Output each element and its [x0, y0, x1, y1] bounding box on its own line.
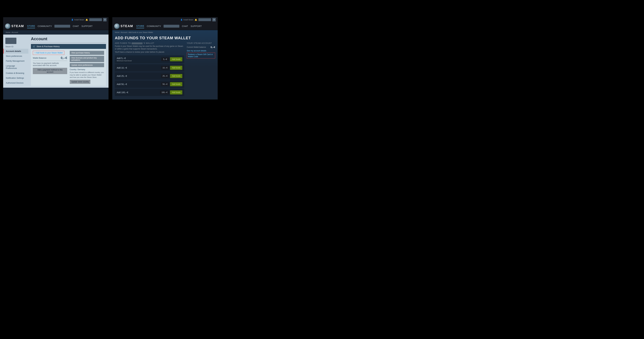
store-left-col: + Add funds to your Steam Wallet Wallet … — [33, 51, 67, 84]
view-history-button[interactable]: View purchase history — [70, 51, 104, 55]
install-steam-label-right[interactable]: Install Steam — [183, 19, 193, 21]
no-payment-text: You have no payment methods associated w… — [33, 62, 67, 66]
fund-label-4: Add 100,--€ — [117, 91, 128, 94]
wallet-user-block — [132, 42, 142, 44]
sidebar-item-family[interactable]: Family Management — [3, 58, 28, 64]
fund-label-0: Add 5,--€ — [117, 57, 126, 60]
your-account-balance-row: Current Wallet balance 0,--€ — [187, 46, 215, 48]
install-steam-left[interactable]: 👤 Install Steam — [71, 19, 84, 21]
sidebar-item-label-5: Notification Settings — [6, 77, 24, 79]
steam-logo-icon-left — [5, 24, 10, 29]
sidebar-item-language[interactable]: Language Preferences — [3, 64, 28, 71]
nav-links-left: STORE COMMUNITY CHAT SUPPORT — [27, 24, 92, 28]
sidebar-item-cookies[interactable]: Cookies & Browsing — [3, 71, 28, 76]
sidebar-item-account-details[interactable]: Account details — [3, 49, 28, 54]
nav-store-right[interactable]: STORE — [136, 24, 144, 28]
nav-community-right[interactable]: COMMUNITY — [147, 24, 161, 28]
navbar-left: STEAM STORE COMMUNITY CHAT SUPPORT — [3, 22, 108, 30]
add-funds-to-prefix: ADD FUNDS TO — [115, 42, 132, 44]
sidebar-item-label-4: Cookies & Browsing — [6, 72, 24, 74]
topbar-right: 👤 Install Steam 🔔 ? — [112, 17, 218, 22]
fund-row-label-2: Add 25,--€ — [117, 75, 161, 77]
sidebar-item-label-6: Authorized Devices — [6, 82, 24, 84]
add-funds-link[interactable]: + Add funds to your Steam Wallet — [33, 51, 64, 55]
add-payment-button[interactable]: Add a payment method to this account — [33, 68, 67, 74]
nav-support-right[interactable]: SUPPORT — [190, 24, 202, 28]
help-button-right[interactable]: ? — [212, 18, 216, 22]
sidebar-item-label-3: Language Preferences — [6, 65, 17, 70]
account-title: Account — [31, 36, 47, 41]
country-label: Country: Germany — [70, 68, 104, 71]
fund-row-label-1: Add 10,--€ — [117, 66, 161, 69]
fund-label-2: Add 25,--€ — [117, 75, 127, 77]
account-layout: Steam ID: Account details Store preferen… — [3, 34, 108, 88]
add-funds-to-label: ADD FUNDS TO 'S WALLET — [115, 42, 184, 44]
fund-row-2: Add 25,--€ 25,--€ Add funds — [115, 72, 184, 80]
steam-id-line: Steam ID: — [3, 46, 28, 49]
breadcrumb-home-left[interactable]: Home — [6, 32, 10, 33]
fund-row-0: Add 5,--€ Minimum fund level 5,--€ Add f… — [115, 55, 184, 63]
add-funds-note: You'll have a chance to review your orde… — [115, 51, 184, 53]
help-button-left[interactable]: ? — [103, 18, 106, 22]
steam-logo-right[interactable]: STEAM — [114, 24, 133, 29]
nav-chat-left[interactable]: CHAT — [73, 24, 79, 28]
breadcrumb-account-right[interactable]: Account — [121, 32, 127, 33]
account-main: Account 🛒 Store & Purchase History + Add… — [28, 34, 108, 88]
store-right-col: View purchase history View licenses and … — [70, 51, 104, 84]
sidebar-item-store-prefs[interactable]: Store preferences — [3, 54, 28, 58]
steam-id-label: Steam ID: — [5, 46, 14, 48]
wallet-balance-value: 0,--€ — [61, 56, 67, 60]
your-account-redeem-link[interactable]: Redeem a Steam Gift Card or Wallet Code — [187, 52, 215, 58]
nav-community-left[interactable]: COMMUNITY — [38, 24, 52, 28]
fund-add-btn-3[interactable]: Add funds — [170, 82, 182, 86]
breadcrumb-home-right[interactable]: Home — [115, 32, 120, 33]
steam-logo-icon-right — [114, 24, 120, 29]
fund-add-btn-1[interactable]: Add funds — [170, 66, 182, 70]
add-funds-to-suffix: 'S WALLET — [143, 42, 154, 44]
sidebar-item-notifications[interactable]: Notification Settings — [3, 76, 28, 80]
cart-icon: 🛒 — [33, 45, 35, 48]
panel-divider — [110, 17, 111, 100]
add-funds-main: ADD FUNDS TO 'S WALLET Funds in your Ste… — [115, 42, 184, 97]
store-section: 🛒 Store & Purchase History + Add funds t… — [31, 44, 106, 86]
update-prefs-button[interactable]: Update store preferences — [70, 63, 104, 67]
fund-row-label-0: Add 5,--€ Minimum fund level — [117, 57, 161, 62]
view-licenses-button[interactable]: View licenses and product key activation… — [70, 56, 104, 62]
bell-icon-left[interactable]: 🔔 — [86, 18, 88, 21]
fund-add-btn-4[interactable]: Add funds — [170, 90, 182, 94]
fund-row-1: Add 10,--€ 10,--€ Add funds — [115, 64, 184, 72]
nav-chat-right[interactable]: CHAT — [182, 24, 188, 28]
add-funds-page-title: ADD FUNDS TO YOUR STEAM WALLET — [112, 34, 218, 42]
sidebar-item-authorized-devices[interactable]: Authorized Devices — [3, 80, 28, 85]
store-section-title: Store & Purchase History — [36, 45, 60, 48]
fund-amount-4: 100,--€ — [160, 90, 169, 94]
fund-row-4: Add 100,--€ 100,--€ Add funds — [115, 89, 184, 96]
update-country-button[interactable]: Update store country — [70, 80, 90, 84]
fund-amount-1: 10,--€ — [161, 66, 169, 70]
steam-logo-text-right: STEAM — [120, 24, 133, 28]
bell-icon-right[interactable]: 🔔 — [195, 18, 197, 21]
add-funds-desc1: Funds in your Steam Wallet may be used f… — [115, 45, 184, 50]
user-block-left — [89, 18, 102, 21]
your-account-balance-label: Current Wallet balance — [187, 46, 206, 48]
account-avatar — [5, 38, 16, 44]
nav-support-left[interactable]: SUPPORT — [82, 24, 92, 28]
steam-logo-text-left: STEAM — [11, 24, 24, 28]
your-account-details-link[interactable]: See my account details — [187, 50, 215, 52]
steam-logo-left[interactable]: STEAM — [5, 24, 24, 29]
fund-row-label-3: Add 50,--€ — [117, 83, 161, 86]
your-account-sidebar: YOUR STEAM ACCOUNT Current Wallet balanc… — [187, 42, 215, 97]
install-steam-label-left[interactable]: Install Steam — [74, 19, 84, 21]
wallet-balance-label: Wallet Balance — [33, 57, 46, 59]
fund-amount-3: 50,--€ — [161, 82, 169, 86]
user-block-right — [198, 18, 211, 21]
country-notice: If you have moved to a different country… — [70, 71, 104, 78]
fund-add-btn-2[interactable]: Add funds — [170, 74, 182, 78]
fund-row-label-4: Add 100,--€ — [117, 91, 160, 94]
install-steam-right[interactable]: 👤 Install Steam — [180, 19, 193, 21]
nav-store-left[interactable]: STORE — [27, 24, 35, 28]
nav-username-right — [164, 25, 179, 28]
fund-add-btn-0[interactable]: Add funds — [170, 57, 182, 61]
store-section-header: 🛒 Store & Purchase History — [31, 44, 106, 49]
account-sidebar: Steam ID: Account details Store preferen… — [3, 34, 28, 88]
